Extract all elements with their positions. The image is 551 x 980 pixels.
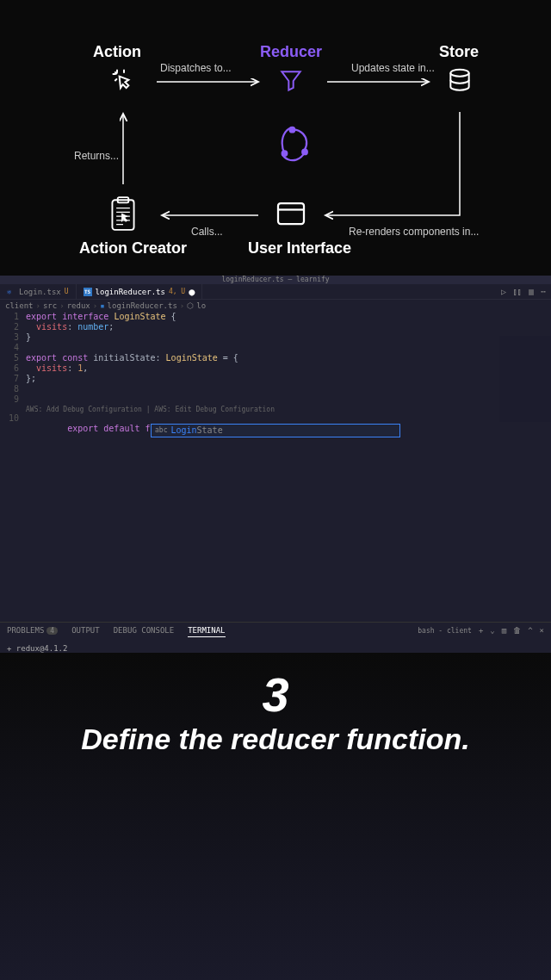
code-editor[interactable]: 123456789 10 export interface LoginState… xyxy=(0,312,551,424)
autocomplete-popup[interactable]: abc LoginState xyxy=(151,424,400,437)
run-icon[interactable]: ▷ xyxy=(501,287,506,296)
step-number: 3 xyxy=(262,667,288,723)
split-icon[interactable]: ⫿⫿ xyxy=(513,287,522,296)
diagram-rerenders-label: Re-renders components in... xyxy=(349,226,479,238)
dropdown-icon[interactable]: ⌄ xyxy=(490,626,494,635)
diagram-action-label: Action xyxy=(93,43,141,61)
diagram-reducer-label: Reducer xyxy=(260,43,322,61)
step-description: Define the reducer function. xyxy=(81,723,470,756)
window-icon xyxy=(276,200,306,231)
typescript-icon: TS xyxy=(84,288,92,296)
diagram-updates-label: Updates state in... xyxy=(351,62,435,74)
tab-login-reducer[interactable]: TS loginReducer.ts 4, U ● xyxy=(77,284,203,299)
aws-codelens[interactable]: AWS: Add Debug Configuration | AWS: Edit… xyxy=(26,405,551,413)
svg-point-2 xyxy=(302,150,307,155)
more-icon[interactable]: ⋯ xyxy=(541,287,546,296)
panel-tab-output[interactable]: OUTPUT xyxy=(71,626,100,637)
redux-flow-diagram: Action Reducer Store Action Creator User… xyxy=(0,0,551,276)
diagram-ui-label: User Interface xyxy=(248,239,351,257)
diagram-calls-label: Calls... xyxy=(191,226,223,238)
split-terminal-icon[interactable]: ▥ xyxy=(502,626,506,635)
cursor-click-icon xyxy=(110,67,138,98)
panel-tab-debug[interactable]: DEBUG CONSOLE xyxy=(114,626,174,637)
layout-icon[interactable]: ▥ xyxy=(529,287,534,296)
redux-logo-icon xyxy=(269,121,317,172)
diagram-store-label: Store xyxy=(439,43,479,61)
panel-tab-problems[interactable]: PROBLEMS4 xyxy=(7,626,58,637)
line-numbers: 123456789 10 xyxy=(0,312,26,424)
shell-name[interactable]: bash - client xyxy=(418,627,472,635)
add-terminal-icon[interactable]: + xyxy=(479,626,483,635)
close-panel-icon[interactable]: × xyxy=(540,626,544,635)
database-icon xyxy=(446,65,474,100)
svg-point-0 xyxy=(450,70,468,77)
window-title: loginReducer.ts — learnify xyxy=(0,276,551,284)
clipboard-icon xyxy=(107,195,139,236)
diagram-action-creator-label: Action Creator xyxy=(79,239,187,257)
svg-point-1 xyxy=(282,151,288,156)
funnel-icon xyxy=(277,67,305,98)
dirty-indicator: ● xyxy=(189,288,195,295)
trash-icon[interactable]: 🗑 xyxy=(513,626,521,635)
diagram-returns-label: Returns... xyxy=(74,150,119,162)
svg-rect-6 xyxy=(278,203,304,224)
panel-tab-terminal[interactable]: TERMINAL xyxy=(188,626,225,637)
maximize-icon[interactable]: ^ xyxy=(528,626,532,635)
minimap[interactable] xyxy=(499,336,551,422)
breadcrumb[interactable]: client› src› redux› ▪loginReducer.ts› ⬡l… xyxy=(0,300,551,312)
overlay-caption: 3 Define the reducer function. xyxy=(0,653,551,980)
svg-point-3 xyxy=(290,127,295,133)
tab-login-tsx[interactable]: ⚛ Login.tsx U xyxy=(0,284,77,299)
diagram-dispatches-label: Dispatches to... xyxy=(160,62,232,74)
editor-tabs: ⚛ Login.tsx U TS loginReducer.ts 4, U ● … xyxy=(0,284,551,300)
react-icon: ⚛ xyxy=(7,288,15,296)
vscode-window: loginReducer.ts — learnify ⚛ Login.tsx U… xyxy=(0,276,551,653)
abc-icon: abc xyxy=(155,425,167,436)
